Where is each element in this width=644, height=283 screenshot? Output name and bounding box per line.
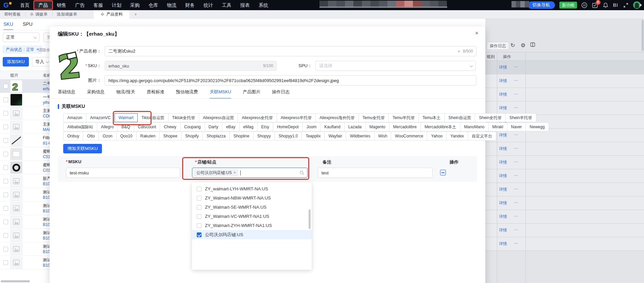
tasks-icon[interactable]: 8	[592, 2, 598, 8]
product-thumbnail[interactable]	[10, 189, 22, 201]
platform-button-Otto[interactable]: Otto	[83, 132, 99, 140]
detail-link[interactable]: 详情	[499, 159, 507, 165]
product-thumbnail[interactable]	[10, 175, 22, 187]
row-checkbox[interactable]	[3, 84, 8, 89]
modal-tab-质检标准[interactable]: 质检标准	[147, 89, 164, 99]
tab-sku[interactable]: SKU	[3, 21, 13, 30]
pause-circle-icon[interactable]	[581, 2, 588, 8]
product-thumbnail[interactable]	[10, 202, 22, 214]
detail-link[interactable]: 详情	[499, 187, 507, 192]
platform-button-Magento[interactable]: Magento	[365, 122, 389, 131]
nav-item-报表[interactable]: 报表	[236, 0, 254, 10]
platform-button-Allegro[interactable]: Allegro	[97, 122, 118, 131]
nav-item-计划[interactable]: 计划	[107, 0, 126, 10]
switch-nav-button[interactable]: 切换导航	[528, 1, 555, 9]
platform-button-Aliexpress自运营[interactable]: Aliexpress自运营	[199, 113, 238, 122]
tabbar-item-添加调拨单[interactable]: 添加调拨单	[52, 10, 82, 19]
more-actions-icon[interactable]: ⋯	[514, 92, 518, 96]
row-checkbox[interactable]	[3, 247, 8, 251]
import-button[interactable]: 导入	[32, 57, 52, 67]
fullscreen-icon[interactable]	[623, 2, 629, 8]
platform-button-Newegg[interactable]: Newegg	[526, 122, 549, 131]
platform-button-Cdiscount[interactable]: Cdiscount	[134, 122, 160, 131]
platform-button-Ozon[interactable]: Ozon	[99, 132, 117, 140]
user-avatar[interactable]	[633, 1, 641, 9]
shop-option[interactable]: ZY_Walmart-VC-WMRT-NA1:US	[192, 212, 312, 221]
dropdown-scrollbar[interactable]	[309, 209, 311, 229]
detail-link[interactable]: 详情	[499, 227, 507, 233]
shop-option[interactable]: ZY_Walmart-ZYH-WMRT-NA1:US	[192, 221, 312, 230]
vertical-scrollbar[interactable]	[642, 20, 644, 51]
more-actions-icon[interactable]: ⋯	[514, 227, 518, 232]
detail-link[interactable]: 详情	[499, 105, 507, 111]
row-checkbox[interactable]	[3, 260, 8, 265]
more-actions-icon[interactable]: ⋯	[514, 241, 518, 246]
checkbox-icon[interactable]	[197, 223, 202, 228]
platform-button-Tiktok自运营[interactable]: Tiktok自运营	[137, 113, 169, 122]
platform-button-Qoo10[interactable]: Qoo10	[116, 132, 137, 140]
checkbox-icon[interactable]	[197, 205, 202, 210]
row-checkbox[interactable]	[3, 206, 8, 211]
platform-button-Shopee[interactable]: Shopee	[159, 132, 181, 140]
gear-icon[interactable]: ⚙	[521, 42, 525, 49]
product-thumbnail[interactable]	[10, 107, 22, 119]
product-thumbnail[interactable]	[10, 229, 22, 242]
row-checkbox[interactable]	[3, 179, 8, 184]
platform-button-Tiktok全托管[interactable]: Tiktok全托管	[168, 113, 199, 122]
nav-item-工具[interactable]: 工具	[217, 0, 236, 10]
product-thumbnail[interactable]	[10, 134, 22, 147]
platform-button-Walmart[interactable]: Walmart	[115, 113, 138, 122]
more-actions-icon[interactable]: ⋯	[514, 200, 518, 205]
nav-item-首页[interactable]: 首页	[16, 0, 34, 10]
tag-remove-icon[interactable]: ×	[233, 170, 236, 175]
product-thumbnail[interactable]	[10, 162, 22, 174]
platform-button-Amazon[interactable]: Amazon	[63, 113, 86, 122]
row-checkbox[interactable]	[3, 192, 8, 197]
detail-link[interactable]: 详情	[499, 146, 507, 152]
product-name-input[interactable]	[105, 46, 476, 56]
platform-button-ManoMano[interactable]: ManoMano	[460, 122, 489, 131]
remark-input[interactable]	[318, 168, 433, 178]
platform-button-B&Q[interactable]: B&Q	[117, 122, 134, 131]
more-actions-icon[interactable]: ⋯	[514, 187, 518, 191]
more-actions-icon[interactable]: ⋯	[514, 78, 518, 83]
nav-item-系统[interactable]: 系统	[254, 0, 273, 10]
platform-button-Yandex[interactable]: Yandex	[446, 132, 468, 140]
nav-item-物流[interactable]: 物流	[162, 0, 181, 10]
refresh-icon[interactable]: ↻	[510, 42, 515, 49]
platform-button-Mirakl[interactable]: Mirakl	[488, 122, 507, 131]
tabbar-item-即时看板[interactable]: 即时看板	[0, 10, 25, 19]
filter-tag[interactable]: 产品状态：正常 ×	[3, 46, 42, 53]
tab-spu[interactable]: SPU	[23, 21, 33, 30]
more-actions-icon[interactable]: ⋯	[514, 214, 518, 219]
detail-link[interactable]: 详情	[499, 241, 507, 247]
more-actions-icon[interactable]: ⋯	[514, 105, 518, 110]
product-thumbnail[interactable]	[10, 243, 22, 255]
platform-button-Shein半托管[interactable]: Shein半托管	[505, 113, 536, 122]
add-msku-button[interactable]: 增加关联MSKU	[63, 144, 102, 153]
detail-link[interactable]: 详情	[499, 200, 507, 206]
platform-button-Shoplazza[interactable]: Shoplazza	[203, 132, 230, 140]
modal-tab-采购信息[interactable]: 采购信息	[87, 89, 105, 99]
platform-button-Shein自运营[interactable]: Shein自运营	[445, 113, 475, 122]
platform-button-Wayfair[interactable]: Wayfair	[324, 132, 346, 140]
platform-button-Temu本土[interactable]: Temu本土	[418, 113, 445, 122]
bell-icon[interactable]	[603, 2, 609, 8]
platform-button-Aliexpress全托管[interactable]: Aliexpress全托管	[238, 113, 277, 122]
shop-option[interactable]: ZY_Walmart-NBW-WMRT-NA:US	[192, 193, 312, 203]
platform-button-Lazada[interactable]: Lazada	[344, 122, 366, 131]
app-logo[interactable]: G	[0, 1, 16, 9]
operation-log-button[interactable]: 操作日志	[487, 42, 509, 50]
detail-link[interactable]: 详情	[499, 78, 507, 84]
product-thumbnail[interactable]	[10, 121, 22, 133]
product-thumbnail[interactable]	[10, 94, 22, 106]
platform-button-HomeDepot[interactable]: HomeDepot	[273, 122, 303, 131]
image-url-input[interactable]	[105, 75, 476, 86]
nav-item-客服[interactable]: 客服	[89, 0, 107, 10]
modal-tab-预估物流费[interactable]: 预估物流费	[176, 89, 198, 99]
product-thumbnail[interactable]: 2	[10, 80, 22, 92]
platform-button-Wish[interactable]: Wish	[374, 132, 391, 140]
tabbar-item-调拨单[interactable]: 调拨单	[25, 10, 52, 19]
platform-button-Onbuy[interactable]: Onbuy	[63, 132, 83, 140]
platform-button-Naver[interactable]: Naver	[507, 122, 526, 131]
